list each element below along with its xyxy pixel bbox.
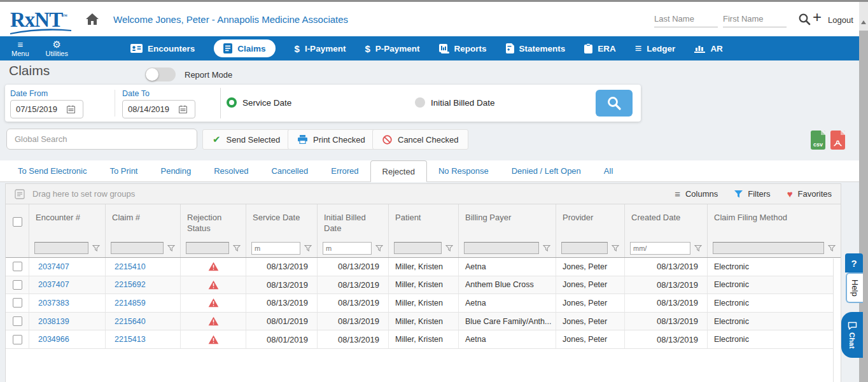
filter-claim-input[interactable] — [111, 242, 164, 254]
funnel-outline-icon[interactable] — [167, 244, 175, 252]
nav-i-payment[interactable]: $ I-Payment — [295, 43, 346, 54]
encounter-link[interactable]: 2038139 — [29, 313, 105, 330]
nav-menu[interactable]: ≡ Menu — [11, 39, 29, 57]
filter-service-date-input[interactable] — [251, 242, 300, 255]
search-icon[interactable] — [798, 13, 811, 28]
rejection-warning-icon[interactable] — [208, 335, 219, 344]
rejection-warning-icon[interactable] — [208, 316, 219, 326]
date-from-input[interactable] — [16, 104, 67, 114]
col-header-claim[interactable]: Claim # — [105, 204, 180, 239]
funnel-outline-icon[interactable] — [612, 244, 619, 252]
tab-denied-left-open[interactable]: Denied / Left Open — [500, 160, 592, 181]
tab-errored[interactable]: Errored — [319, 160, 370, 181]
encounter-link[interactable]: 2037407 — [29, 276, 105, 294]
funnel-outline-icon[interactable] — [445, 244, 453, 252]
nav-encounters[interactable]: Encounters — [130, 44, 195, 53]
nav-ledger[interactable]: ≡ Ledger — [635, 42, 676, 55]
col-header-billing-payer[interactable]: Billing Payer — [458, 204, 556, 239]
funnel-outline-icon[interactable] — [375, 244, 383, 252]
row-checkbox[interactable] — [13, 262, 22, 271]
export-pdf-icon[interactable] — [830, 131, 845, 150]
filter-filing-method-input[interactable] — [713, 242, 824, 254]
encounter-link[interactable]: 2034966 — [29, 330, 105, 348]
col-header-encounter[interactable]: Encounter # — [29, 204, 105, 239]
tab-to-send-electronic[interactable]: To Send Electronic — [6, 160, 98, 181]
rejection-warning-icon[interactable] — [208, 280, 219, 290]
last-name-field[interactable] — [654, 11, 718, 27]
filter-payer-input[interactable] — [464, 242, 539, 254]
print-checked-button[interactable]: Print Checked — [288, 129, 375, 150]
home-icon[interactable] — [85, 13, 99, 28]
nav-statements[interactable]: Statements — [506, 43, 566, 53]
rxnt-logo[interactable]: RxNT™ — [10, 6, 80, 35]
filter-patient-input[interactable] — [394, 242, 442, 254]
tab-pending[interactable]: Pending — [149, 160, 202, 181]
col-header-initial-billed-date[interactable]: Initial Billed Date — [317, 204, 388, 239]
filter-encounter-input[interactable] — [34, 242, 88, 254]
date-to-field[interactable] — [122, 100, 195, 118]
encounter-link[interactable]: 2037407 — [29, 258, 105, 276]
filter-provider-input[interactable] — [561, 242, 608, 254]
col-header-claim-filing-method[interactable]: Claim Filing Method — [707, 204, 841, 239]
calendar-icon[interactable] — [179, 105, 187, 113]
claim-link[interactable]: 2215692 — [105, 276, 180, 294]
row-checkbox[interactable] — [13, 335, 22, 344]
filters-button[interactable]: Filters — [734, 189, 770, 199]
col-header-patient[interactable]: Patient — [388, 204, 458, 239]
search-button[interactable] — [596, 90, 633, 117]
global-search-input[interactable] — [6, 129, 197, 150]
chat-widget[interactable]: Chat — [841, 312, 863, 358]
columns-button[interactable]: ≡ Columns — [675, 188, 718, 199]
first-name-field[interactable] — [723, 11, 787, 27]
filter-created-date-input[interactable] — [630, 242, 690, 255]
row-checkbox[interactable] — [13, 316, 22, 326]
row-checkbox[interactable] — [13, 298, 22, 308]
tab-no-response[interactable]: No Response — [427, 160, 500, 181]
funnel-outline-icon[interactable] — [304, 244, 312, 252]
select-all-checkbox[interactable] — [13, 217, 22, 227]
funnel-outline-icon[interactable] — [543, 244, 550, 252]
claim-link[interactable]: 2215640 — [105, 313, 180, 330]
nav-era[interactable]: ERA — [584, 43, 616, 53]
col-header-created-date[interactable]: Created Date — [624, 204, 707, 239]
row-checkbox[interactable] — [13, 280, 22, 290]
date-from-field[interactable] — [10, 100, 83, 118]
tab-rejected-active[interactable]: Rejected — [370, 160, 427, 182]
tab-all[interactable]: All — [592, 160, 624, 181]
export-csv-icon[interactable]: csv — [811, 131, 825, 150]
send-selected-button[interactable]: ✔ Send Selected — [202, 129, 290, 150]
calendar-icon[interactable] — [67, 105, 75, 113]
help-tab[interactable]: Help — [846, 272, 863, 303]
col-header-service-date[interactable]: Service Date — [246, 204, 317, 239]
nav-p-payment[interactable]: $ P-Payment — [365, 43, 419, 54]
date-to-input[interactable] — [128, 104, 179, 114]
favorites-button[interactable]: ♥ Favorites — [787, 189, 832, 199]
nav-claims-active[interactable]: Claims — [214, 39, 275, 57]
funnel-outline-icon[interactable] — [92, 244, 100, 252]
scroll-up-icon[interactable] — [861, 20, 866, 24]
col-header-rejection-status[interactable]: Rejection Status — [180, 204, 246, 239]
filter-rejection-input[interactable] — [186, 242, 229, 254]
rejection-warning-icon[interactable] — [208, 262, 219, 271]
report-mode-toggle[interactable] — [145, 67, 176, 81]
service-date-radio[interactable]: Service Date — [227, 97, 291, 108]
claim-link[interactable]: 2214859 — [105, 294, 180, 312]
encounter-link[interactable]: 2037383 — [29, 294, 105, 312]
funnel-outline-icon[interactable] — [828, 244, 836, 252]
tab-resolved[interactable]: Resolved — [202, 160, 260, 181]
tab-cancelled[interactable]: Cancelled — [260, 160, 319, 181]
tab-to-print[interactable]: To Print — [98, 160, 149, 181]
row-group-bar[interactable]: Drag here to set row groups ≡ Columns Fi… — [6, 184, 841, 204]
logout-button[interactable]: Logout — [828, 15, 853, 25]
claim-link[interactable]: 2215410 — [105, 258, 180, 276]
add-icon[interactable]: + — [813, 8, 822, 26]
rejection-warning-icon[interactable] — [208, 298, 219, 308]
funnel-outline-icon[interactable] — [233, 244, 241, 252]
filter-initial-billed-input[interactable] — [323, 242, 372, 255]
help-question-button[interactable]: ? — [845, 253, 863, 272]
grid-scroll-gutter[interactable] — [833, 258, 841, 382]
cancel-checked-button[interactable]: Cancel Checked — [372, 129, 468, 150]
claim-link[interactable]: 2215413 — [105, 330, 180, 348]
nav-utilities[interactable]: ⚙ Utilities — [46, 39, 68, 57]
funnel-outline-icon[interactable] — [694, 244, 702, 252]
